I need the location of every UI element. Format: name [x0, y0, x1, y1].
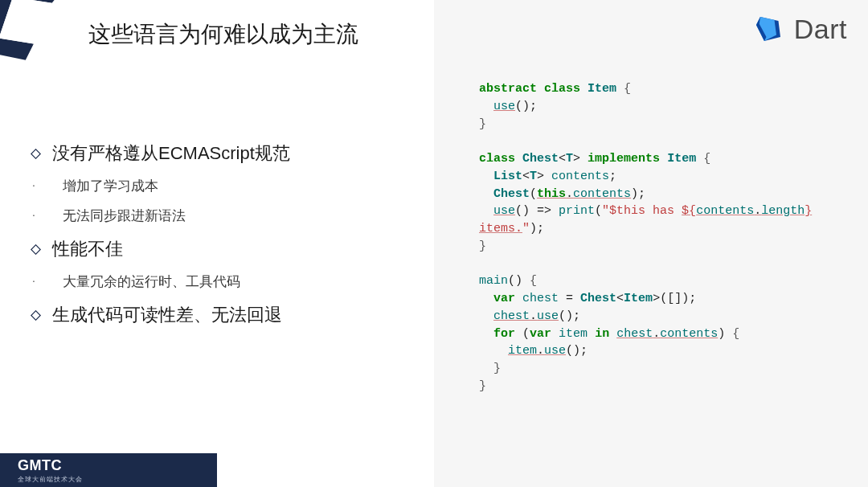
code-block: abstract class Item { use(); } class Che…	[479, 80, 868, 395]
dot-icon: ·	[32, 178, 37, 191]
svg-rect-2	[31, 311, 40, 320]
diamond-icon	[31, 309, 41, 320]
diamond-icon	[31, 148, 41, 158]
bullet-sub: ·增加了学习成本	[32, 177, 418, 196]
bullet-sub-text: 无法同步跟进新语法	[63, 207, 186, 226]
bullet-main: 性能不佳	[31, 237, 418, 261]
slide-title: 这些语言为何难以成为主流	[88, 19, 358, 50]
footer-sub-text: 全球大前端技术大会	[18, 475, 83, 484]
dot-icon: ·	[32, 274, 37, 287]
bullet-main-text: 没有严格遵从ECMAScript规范	[52, 141, 290, 166]
bullet-sub-text: 增加了学习成本	[63, 177, 158, 196]
slide: 这些语言为何难以成为主流 没有严格遵从ECMAScript规范·增加了学习成本·…	[0, 0, 868, 487]
svg-rect-0	[31, 149, 40, 158]
bullet-list: 没有严格遵从ECMAScript规范·增加了学习成本·无法同步跟进新语法性能不佳…	[31, 132, 418, 338]
footer-bar: GMTC 全球大前端技术大会	[0, 453, 217, 487]
footer-logo-text: GMTC	[18, 457, 83, 474]
bullet-sub-text: 大量冗余的运行时、工具代码	[63, 272, 240, 292]
bullet-main: 没有严格遵从ECMAScript规范	[31, 141, 418, 166]
dot-icon: ·	[32, 208, 37, 221]
dart-brand: Dart	[752, 13, 847, 45]
left-pane: 这些语言为何难以成为主流 没有严格遵从ECMAScript规范·增加了学习成本·…	[0, 0, 434, 487]
bullet-sub: ·大量冗余的运行时、工具代码	[32, 272, 418, 292]
bullet-sub: ·无法同步跟进新语法	[32, 207, 418, 226]
bullet-main: 生成代码可读性差、无法回退	[31, 303, 418, 327]
bullet-main-text: 生成代码可读性差、无法回退	[52, 303, 282, 327]
footer-logo-block: GMTC 全球大前端技术大会	[18, 457, 83, 484]
svg-rect-1	[31, 245, 40, 254]
dart-brand-text: Dart	[794, 14, 847, 45]
dart-logo-icon	[752, 13, 784, 45]
right-pane: Dart abstract class Item { use(); } clas…	[434, 0, 868, 487]
bullet-main-text: 性能不佳	[52, 237, 123, 261]
diamond-icon	[31, 244, 41, 254]
